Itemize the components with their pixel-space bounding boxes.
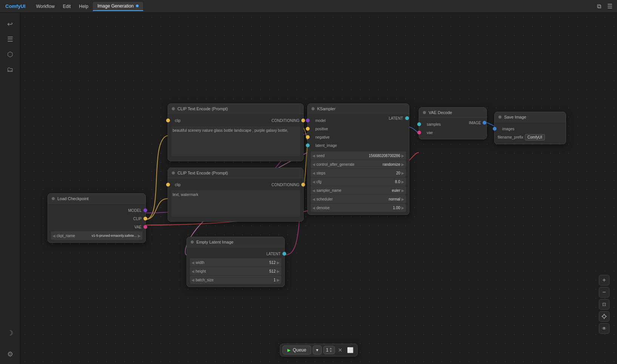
port-label-clip-neg-in: clip [175, 183, 180, 187]
queue-count[interactable]: 1 [326, 347, 329, 353]
queue-button[interactable]: ▶ Queue [282, 345, 311, 355]
menu-help[interactable]: Help [75, 2, 92, 11]
field-batch-size: ◀ batch_size 1 ▶ [190, 276, 281, 284]
zoom-eye-button[interactable]: 👁 [599, 323, 609, 334]
port-connector-model-in[interactable] [306, 119, 310, 122]
port-row-clip-neg-in: clip CONDITIONING [168, 180, 303, 189]
queue-clear-button[interactable]: ✕ [336, 346, 344, 354]
port-connector-vae[interactable] [143, 225, 147, 229]
zoom-minus-button[interactable]: − [599, 287, 609, 298]
port-connector-clip-neg-in[interactable] [166, 183, 170, 187]
menu-workflow[interactable]: Workflow [32, 2, 58, 11]
field-seed-right[interactable]: ▶ [401, 154, 404, 158]
port-connector-clip[interactable] [143, 217, 147, 221]
node-title-clip-negative: CLIP Text Encode (Prompt) [177, 171, 228, 175]
port-connector-latent-out[interactable] [405, 116, 409, 120]
node-save-image-body: images filename_prefix ComfyUI [495, 122, 566, 144]
sidebar-models[interactable]: ⬡ [3, 48, 17, 61]
port-label-model: MODEL [128, 208, 142, 213]
field-control-right[interactable]: ▶ [401, 162, 404, 167]
field-denoise-left[interactable]: ◀ [312, 206, 315, 210]
svg-point-0 [603, 315, 606, 318]
field-width-right[interactable]: ▶ [277, 261, 280, 265]
sidebar-darkmode[interactable]: ☽ [3, 326, 17, 340]
field-sampler-right[interactable]: ▶ [401, 188, 404, 193]
hamburger-icon[interactable]: ☰ [606, 1, 614, 11]
zoom-fit-button[interactable]: ⊡ [599, 299, 609, 310]
field-sampler-left[interactable]: ◀ [312, 188, 315, 193]
field-control-left[interactable]: ◀ [312, 162, 315, 167]
field-label-ckpt: ckpt_name [57, 234, 91, 238]
field-label-height: height [196, 269, 268, 273]
port-connector-positive-in[interactable] [306, 127, 310, 131]
port-label-samples: samples [427, 122, 441, 126]
canvas[interactable]: Load Checkpoint MODEL CLIP VAE ◀ ckpt_na… [20, 13, 617, 364]
window-icon[interactable]: ⧉ [595, 2, 603, 11]
field-seed: ◀ seed 156680208700286 ▶ [311, 151, 406, 160]
field-cfg-right[interactable]: ▶ [401, 180, 404, 184]
node-empty-latent: Empty Latent Image LATENT ◀ width 512 ▶ … [187, 237, 285, 287]
field-height-right[interactable]: ▶ [277, 269, 280, 273]
port-connector-conditioning-out[interactable] [301, 119, 305, 122]
node-ksampler-header[interactable]: KSampler [308, 104, 409, 114]
port-connector-images-in[interactable] [493, 127, 497, 131]
node-vae-decode-header[interactable]: VAE Decode [419, 108, 486, 118]
port-label-vae: VAE [134, 225, 142, 229]
node-dot-vae-decode [423, 111, 426, 114]
field-steps-left[interactable]: ◀ [312, 171, 315, 175]
field-arrow-right[interactable]: ▶ [138, 234, 141, 238]
node-dot-save-image [498, 116, 501, 119]
node-ksampler-body: model positive negative latent_image [308, 114, 409, 214]
node-title-load-checkpoint: Load Checkpoint [57, 196, 89, 201]
field-width-left[interactable]: ◀ [191, 261, 194, 265]
port-connector-clip-in[interactable] [166, 119, 170, 122]
field-steps-right[interactable]: ▶ [401, 171, 404, 175]
field-batch-right[interactable]: ▶ [277, 278, 280, 282]
sidebar-settings[interactable]: ⚙ [3, 347, 17, 361]
sidebar-notes[interactable]: ☰ [3, 32, 17, 46]
port-connector-samples-in[interactable] [417, 122, 421, 126]
port-connector-latent-out2[interactable] [282, 252, 286, 256]
node-title-save-image: Save Image [504, 115, 526, 119]
port-row-clip: CLIP [48, 214, 145, 223]
field-scheduler-left[interactable]: ◀ [312, 197, 315, 201]
field-denoise-right[interactable]: ▶ [401, 206, 404, 210]
field-scheduler-right[interactable]: ▶ [401, 197, 404, 201]
port-connector-latent-in[interactable] [306, 143, 310, 147]
clip-positive-text[interactable]: beautiful scenery nature glass bottle la… [171, 126, 300, 156]
queue-dropdown[interactable]: ▾ [313, 345, 322, 355]
port-connector-vae-in[interactable] [417, 131, 421, 134]
sidebar-undo[interactable]: ↩ [3, 17, 17, 31]
port-connector-negative-in[interactable] [306, 135, 310, 139]
field-height: ◀ height 512 ▶ [190, 267, 281, 275]
field-scheduler: ◀ scheduler normal ▶ [311, 195, 406, 203]
tab-image-generation[interactable]: Image Generation [93, 2, 143, 11]
field-height-left[interactable]: ◀ [191, 269, 194, 273]
field-arrow-left[interactable]: ◀ [52, 234, 56, 238]
node-load-checkpoint-header[interactable]: Load Checkpoint [48, 194, 145, 204]
node-empty-latent-header[interactable]: Empty Latent Image [187, 237, 284, 247]
node-dot-positive [172, 107, 175, 110]
sidebar-folder[interactable]: 🗂 [3, 63, 17, 76]
clip-negative-text[interactable]: text, watermark [171, 190, 300, 217]
field-cfg-left[interactable]: ◀ [312, 180, 315, 184]
zoom-locate-button[interactable] [599, 311, 609, 322]
queue-number-box: 1 ▲ ▼ [323, 346, 335, 354]
queue-arrow-down[interactable]: ▼ [329, 350, 332, 353]
node-save-image-header[interactable]: Save Image [495, 112, 566, 122]
node-clip-positive-header[interactable]: CLIP Text Encode (Prompt) [168, 104, 303, 114]
port-connector-model[interactable] [143, 208, 147, 212]
menu-edit[interactable]: Edit [59, 2, 75, 11]
field-batch-left[interactable]: ◀ [191, 278, 194, 282]
field-seed-left[interactable]: ◀ [312, 154, 315, 158]
port-connector-image-out[interactable] [483, 121, 486, 125]
filename-value[interactable]: ComfyUI [525, 134, 545, 140]
field-label-steps: steps [316, 171, 395, 175]
node-clip-negative-header[interactable]: CLIP Text Encode (Prompt) [168, 168, 303, 178]
port-connector-conditioning-neg-out[interactable] [301, 183, 305, 187]
filename-field: filename_prefix ComfyUI [498, 134, 563, 140]
zoom-plus-button[interactable]: + [599, 275, 609, 285]
node-title-empty-latent: Empty Latent Image [196, 240, 233, 244]
queue-stop-button[interactable]: ⬜ [346, 346, 355, 354]
port-row-latent-in: latent_image [308, 141, 341, 150]
